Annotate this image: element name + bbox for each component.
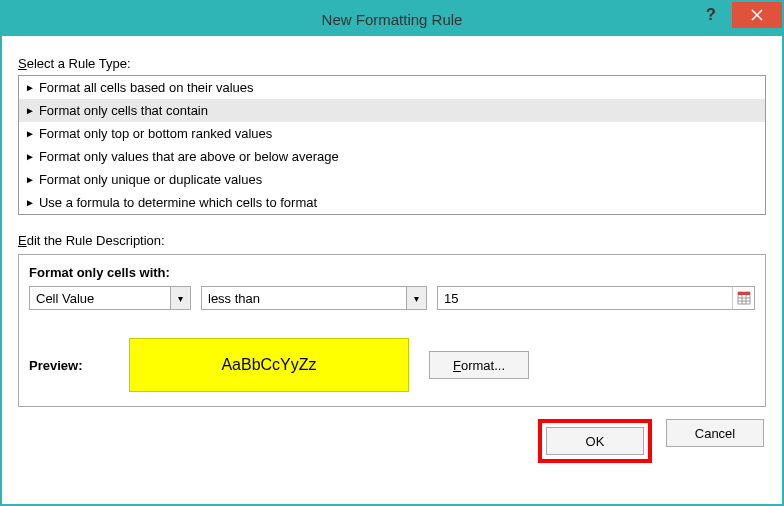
help-icon[interactable]: ? xyxy=(690,2,732,28)
rule-item-3[interactable]: ► Format only values that are above or b… xyxy=(19,145,765,168)
format-button-label: Format... xyxy=(453,358,505,373)
preview-row: Preview: AaBbCcYyZz Format... xyxy=(29,338,755,392)
arrow-icon: ► xyxy=(25,193,35,212)
preview-box: AaBbCcYyZz xyxy=(129,338,409,392)
svg-rect-1 xyxy=(738,292,750,295)
rule-item-4[interactable]: ► Format only unique or duplicate values xyxy=(19,168,765,191)
chevron-down-icon[interactable]: ▾ xyxy=(406,287,426,309)
value-input-wrap: 15 xyxy=(437,286,755,310)
spreadsheet-icon xyxy=(737,291,751,305)
operator-combo[interactable]: less than ▾ xyxy=(201,286,427,310)
rule-item-label: Format only values that are above or bel… xyxy=(39,147,339,166)
rule-item-label: Format only top or bottom ranked values xyxy=(39,124,272,143)
value-input[interactable]: 15 xyxy=(438,287,732,309)
preview-label: Preview: xyxy=(29,358,109,373)
combo-text: Cell Value xyxy=(30,287,100,309)
rule-item-0[interactable]: ► Format all cells based on their values xyxy=(19,76,765,99)
rule-item-2[interactable]: ► Format only top or bottom ranked value… xyxy=(19,122,765,145)
rule-item-label: Use a formula to determine which cells t… xyxy=(39,193,317,212)
titlebar: New Formatting Rule ? xyxy=(2,2,782,36)
close-button[interactable] xyxy=(732,2,782,28)
dialog-buttons: OK Cancel xyxy=(18,419,766,463)
rule-item-5[interactable]: ► Use a formula to determine which cells… xyxy=(19,191,765,214)
dialog-title: New Formatting Rule xyxy=(322,11,463,28)
rule-type-list[interactable]: ► Format all cells based on their values… xyxy=(18,75,766,215)
select-rule-type-label: Select a Rule Type: xyxy=(18,56,766,71)
range-selector-icon[interactable] xyxy=(732,287,754,309)
format-button[interactable]: Format... xyxy=(429,351,529,379)
combo-text: less than xyxy=(202,287,266,309)
cancel-button[interactable]: Cancel xyxy=(666,419,764,447)
dialog-window: New Formatting Rule ? Select a Rule Type… xyxy=(0,0,784,506)
rule-item-label: Format only cells that contain xyxy=(39,101,208,120)
arrow-icon: ► xyxy=(25,147,35,166)
rule-item-label: Format only unique or duplicate values xyxy=(39,170,262,189)
arrow-icon: ► xyxy=(25,101,35,120)
edit-rule-description-label: Edit the Rule Description: xyxy=(18,233,766,248)
chevron-down-icon[interactable]: ▾ xyxy=(170,287,190,309)
format-only-cells-with-label: Format only cells with: xyxy=(29,265,755,280)
rule-item-1[interactable]: ► Format only cells that contain xyxy=(19,99,765,122)
close-icon xyxy=(751,9,763,21)
condition-row: Cell Value ▾ less than ▾ 15 xyxy=(29,286,755,310)
arrow-icon: ► xyxy=(25,124,35,143)
rule-description-group: Format only cells with: Cell Value ▾ les… xyxy=(18,254,766,407)
cell-value-combo[interactable]: Cell Value ▾ xyxy=(29,286,191,310)
ok-button[interactable]: OK xyxy=(546,427,644,455)
arrow-icon: ► xyxy=(25,170,35,189)
dialog-content: Select a Rule Type: ► Format all cells b… xyxy=(2,36,782,475)
rule-item-label: Format all cells based on their values xyxy=(39,78,254,97)
ok-highlight: OK xyxy=(538,419,652,463)
window-controls: ? xyxy=(690,2,782,36)
arrow-icon: ► xyxy=(25,78,35,97)
